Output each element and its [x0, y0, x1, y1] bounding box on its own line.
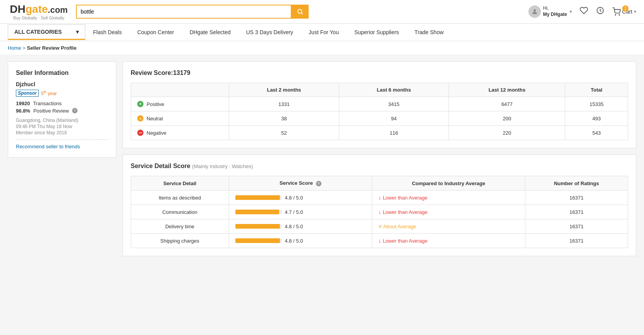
search-button[interactable] [292, 5, 309, 19]
history-icon[interactable] [596, 6, 604, 17]
positive-6m: 3415 [339, 97, 449, 111]
arrow-down-icon: ↓ [378, 194, 381, 201]
score-bar-fill [235, 238, 280, 243]
header: DHgate.com Buy Globally · Sell Globally … [0, 0, 644, 24]
table-row: Communication 4.7 / 5.0 ↓Lower than Aver… [131, 205, 628, 219]
cart-count: 2 [622, 5, 628, 12]
nav-link-us-delivery[interactable]: US 3 Days Delivery [238, 24, 301, 41]
logo[interactable]: DHgate.com Buy Globally · Sell Globally [8, 3, 70, 20]
negative-2m: 52 [229, 126, 339, 140]
service-detail-label: Shipping charges [131, 234, 229, 248]
wishlist-icon[interactable] [580, 6, 588, 17]
nav-link-coupon-center[interactable]: Coupon Center [129, 24, 182, 41]
nav-bar: ALL CATEGORIES ▾ Flash Deals Coupon Cent… [0, 24, 644, 41]
service-col-ratings: Number of Ratings [525, 176, 628, 191]
service-col-score: Service Score ? [229, 176, 372, 191]
ratings-count: 16371 [525, 191, 628, 205]
service-score-cell: 4.8 / 5.0 [229, 234, 372, 248]
year-badge: 5th year [41, 90, 57, 96]
review-col-type [131, 83, 229, 97]
service-score-info-icon[interactable]: ? [316, 181, 321, 186]
nav-link-trade-show[interactable]: Trade Show [407, 24, 451, 41]
negative-6m: 116 [339, 126, 449, 140]
score-bar-bg [235, 238, 282, 243]
review-type-negative: − Negative [131, 126, 229, 140]
compare-about: ≡About Average [378, 223, 519, 229]
logo-tagline: Buy Globally · Sell Globally [13, 16, 64, 20]
all-categories-label: ALL CATEGORIES [14, 29, 62, 35]
neutral-2m: 38 [229, 111, 339, 126]
svg-point-0 [298, 9, 302, 14]
cart-chevron-icon: ▾ [634, 9, 636, 14]
transactions-label: Transactions [33, 101, 62, 106]
breadcrumb-home[interactable]: Home [8, 45, 21, 51]
table-row: + Positive 1331 3415 6477 15335 [131, 97, 628, 111]
nav-link-superior-suppliers[interactable]: Superior Suppliers [347, 24, 407, 41]
svg-line-1 [301, 13, 302, 14]
service-score-card: Service Detail Score (Mainly Industry : … [123, 154, 636, 256]
review-score-title: Review Score:13179 [131, 69, 628, 76]
service-score-title: Service Detail Score (Mainly Industry : … [131, 163, 628, 170]
seller-badges: Sponsor 5th year [16, 90, 108, 97]
svg-point-5 [619, 14, 620, 15]
table-row: − Negative 52 116 220 543 [131, 126, 628, 140]
seller-info-title: Seller Information [16, 69, 108, 76]
nav-link-dhgate-selected[interactable]: DHgate Selected [182, 24, 238, 41]
compare-cell: ↓Lower than Average [372, 205, 525, 219]
review-type-neutral: ● Neutral [131, 111, 229, 126]
table-row: ● Neutral 38 94 200 493 [131, 111, 628, 126]
neutral-12m: 200 [449, 111, 565, 126]
service-table: Service Detail Service Score ? Compared … [131, 176, 628, 248]
nav-link-flash-deals[interactable]: Flash Deals [85, 24, 129, 41]
header-right: Hi, My DHgate ▾ 2 Cart ▾ [528, 5, 636, 18]
score-value: 4.8 / 5.0 [285, 238, 303, 244]
positive-12m: 6477 [449, 97, 565, 111]
svg-point-2 [534, 9, 536, 12]
chevron-down-icon: ▾ [570, 9, 572, 14]
user-greeting: Hi, [543, 5, 567, 12]
equals-icon: ≡ [378, 223, 382, 229]
service-col-compare: Compared to Industry Average [372, 176, 525, 191]
negative-12m: 220 [449, 126, 565, 140]
service-score-cell: 4.7 / 5.0 [229, 205, 372, 219]
review-col-2m: Last 2 months [229, 83, 339, 97]
transactions-row: 19920 Transactions [16, 101, 108, 106]
svg-point-4 [615, 14, 616, 15]
compare-cell: ≡About Average [372, 219, 525, 234]
cart-area[interactable]: 2 Cart ▾ [612, 7, 636, 16]
seller-time: 09:46 PM Thu May 18 Now [16, 124, 108, 129]
table-row: Items as described 4.8 / 5.0 ↓Lower than… [131, 191, 628, 205]
all-categories-chevron-icon: ▾ [76, 29, 79, 35]
neutral-6m: 94 [339, 111, 449, 126]
ratings-count: 16371 [525, 205, 628, 219]
service-score-cell: 4.8 / 5.0 [229, 219, 372, 234]
cart-icon [612, 7, 621, 16]
score-bar-bg [235, 224, 282, 229]
review-table: Last 2 months Last 6 months Last 12 mont… [131, 83, 628, 140]
main-content: Seller Information Djzhucl Sponsor 5th y… [0, 55, 644, 269]
positive-icon: + [137, 101, 143, 107]
ratings-count: 16371 [525, 219, 628, 234]
compare-cell: ↓Lower than Average [372, 191, 525, 205]
content-area: Review Score:13179 Last 2 months Last 6 … [123, 61, 636, 262]
service-col-detail: Service Detail [131, 176, 229, 191]
neutral-icon: ● [137, 115, 143, 122]
user-area[interactable]: Hi, My DHgate ▾ [528, 5, 572, 18]
search-area [76, 5, 309, 19]
user-account: My DHgate [543, 12, 567, 18]
positive-label: Positive Review [33, 108, 69, 114]
search-icon [297, 8, 304, 15]
review-col-6m: Last 6 months [339, 83, 449, 97]
divider [16, 139, 108, 140]
arrow-down-icon: ↓ [378, 238, 381, 244]
service-detail-label: Delivery time [131, 219, 229, 234]
user-avatar-icon [528, 5, 541, 18]
seller-since: Member since May 2018 [16, 130, 108, 135]
info-icon[interactable]: ? [72, 108, 78, 113]
sidebar: Seller Information Djzhucl Sponsor 5th y… [8, 61, 116, 262]
search-input[interactable] [76, 5, 292, 19]
recommend-link[interactable]: Recommend seller to friends [16, 144, 80, 149]
nav-link-just-for-you[interactable]: Just For You [301, 24, 347, 41]
review-type-positive: + Positive [131, 97, 229, 111]
all-categories-button[interactable]: ALL CATEGORIES ▾ [8, 24, 85, 40]
